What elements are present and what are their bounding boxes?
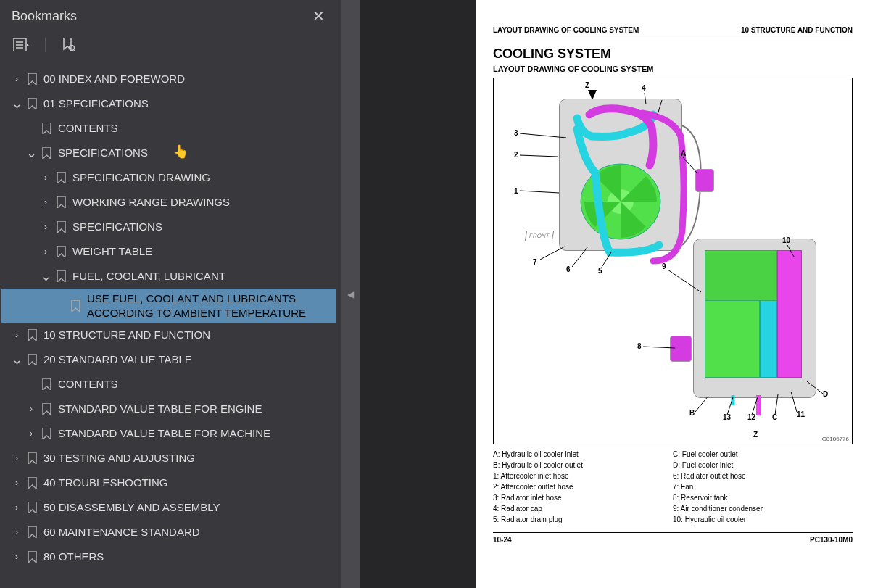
svg-line-25 xyxy=(752,397,758,415)
legend: A: Hydraulic oil cooler inletB: Hydrauli… xyxy=(493,449,853,525)
bookmark-item[interactable]: ›80 OTHERS xyxy=(1,544,336,569)
chevron-left-icon: ◀ xyxy=(347,289,354,299)
bookmark-item[interactable]: ⌄20 STANDARD VALUE TABLE xyxy=(1,347,336,372)
chevron-right-icon[interactable]: › xyxy=(9,502,25,513)
bookmark-item[interactable]: ⌄01 SPECIFICATIONS xyxy=(1,91,336,116)
svg-line-20 xyxy=(668,270,701,292)
bookmark-item[interactable]: ›50 DISASSEMBLY AND ASSEMBLY xyxy=(1,495,336,520)
options-icon[interactable] xyxy=(12,36,32,54)
legend-entry: A: Hydraulic oil cooler inlet xyxy=(493,449,673,460)
bookmark-icon xyxy=(25,329,39,341)
bookmark-icon xyxy=(39,378,54,390)
bookmarks-header: Bookmarks ✕ xyxy=(0,0,341,32)
svg-line-6 xyxy=(74,50,75,51)
bookmark-icon xyxy=(54,221,68,233)
callout-C: C xyxy=(772,413,777,421)
chevron-right-icon[interactable]: › xyxy=(23,428,39,439)
bookmark-icon xyxy=(39,428,54,439)
bookmark-label: SPECIFICATIONS xyxy=(72,217,331,237)
bookmarks-panel: Bookmarks ✕ ›00 INDEX AND FOREWORD⌄01 SP… xyxy=(0,0,341,588)
bookmark-icon xyxy=(68,300,83,312)
bookmark-label: 50 DISASSEMBLY AND ASSEMBLY xyxy=(44,497,331,518)
callout-lines-2 xyxy=(494,78,842,444)
page-running-header: LAYOUT DRAWING OF COOLING SYSTEM 10 STRU… xyxy=(493,26,853,36)
bookmark-item[interactable]: ›40 TROUBLESHOOTING xyxy=(1,471,336,495)
svg-line-26 xyxy=(727,397,733,415)
bookmark-icon xyxy=(39,147,54,159)
chevron-right-icon[interactable]: › xyxy=(38,197,54,207)
legend-entry: 4: Radiator cap xyxy=(493,503,673,514)
bookmarks-tree[interactable]: ›00 INDEX AND FOREWORD⌄01 SPECIFICATIONS… xyxy=(0,64,341,588)
collapse-sidebar-button[interactable]: ◀ xyxy=(341,0,360,588)
bookmark-item[interactable]: ›60 MAINTENANCE STANDARD xyxy=(1,520,336,544)
bookmark-item[interactable]: CONTENTS xyxy=(1,116,336,141)
chevron-right-icon[interactable]: › xyxy=(9,552,25,562)
callout-D: D xyxy=(823,390,828,398)
callout-8: 8 xyxy=(637,342,642,350)
bookmark-item[interactable]: USE FUEL, COOLANT AND LUBRICANTS ACCORDI… xyxy=(1,289,336,323)
chevron-right-icon[interactable]: › xyxy=(38,173,54,183)
bookmark-icon xyxy=(39,123,54,134)
chevron-down-icon[interactable]: ⌄ xyxy=(9,96,25,112)
bookmark-item[interactable]: ›WORKING RANGE DRAWINGS xyxy=(1,190,336,215)
bookmark-label: SPECIFICATION DRAWING xyxy=(72,167,331,188)
chevron-right-icon[interactable]: › xyxy=(9,527,25,537)
find-bookmark-icon[interactable] xyxy=(59,36,79,54)
chevron-right-icon[interactable]: › xyxy=(9,453,25,463)
bookmark-item[interactable]: ›00 INDEX AND FOREWORD xyxy=(1,67,336,91)
bookmark-item[interactable]: ›10 STRUCTURE AND FUNCTION xyxy=(1,323,336,347)
bookmark-item[interactable]: ›STANDARD VALUE TABLE FOR ENGINE xyxy=(1,397,336,421)
bookmark-label: WEIGHT TABLE xyxy=(72,241,331,262)
bookmark-icon xyxy=(25,526,39,538)
legend-entry: 2: Aftercooler outlet hose xyxy=(493,481,673,492)
bookmark-icon xyxy=(25,477,39,489)
chevron-right-icon[interactable]: › xyxy=(38,247,54,257)
chevron-down-icon[interactable]: ⌄ xyxy=(9,352,25,368)
bookmark-label: CONTENTS xyxy=(58,118,331,138)
bookmark-label: 40 TROUBLESHOOTING xyxy=(44,473,331,493)
bookmark-item[interactable]: ›SPECIFICATION DRAWING xyxy=(1,165,336,190)
bookmark-item[interactable]: ⌄FUEL, COOLANT, LUBRICANT xyxy=(1,264,336,289)
legend-entry: 3: Radiator inlet hose xyxy=(493,492,673,503)
chevron-down-icon[interactable]: ⌄ xyxy=(38,268,54,284)
bookmark-label: USE FUEL, COOLANT AND LUBRICANTS ACCORDI… xyxy=(87,289,331,323)
bookmark-icon xyxy=(54,172,68,183)
callout-13: 13 xyxy=(723,413,731,421)
svg-marker-4 xyxy=(27,44,30,46)
callout-11: 11 xyxy=(797,410,805,418)
bookmark-item[interactable]: CONTENTS xyxy=(1,372,336,397)
chevron-down-icon[interactable]: ⌄ xyxy=(23,145,39,161)
bookmark-label: SPECIFICATIONS xyxy=(58,143,331,163)
close-icon[interactable]: ✕ xyxy=(308,7,329,25)
footer-page-number: 10-24 xyxy=(493,536,512,544)
bookmark-label: 00 INDEX AND FOREWORD xyxy=(44,69,331,89)
bookmark-icon xyxy=(54,246,68,257)
header-left: LAYOUT DRAWING OF COOLING SYSTEM xyxy=(493,26,639,34)
bookmark-label: 60 MAINTENANCE STANDARD xyxy=(44,522,331,542)
bookmark-item[interactable]: ›WEIGHT TABLE xyxy=(1,239,336,264)
bookmark-label: CONTENTS xyxy=(58,374,331,394)
chevron-right-icon[interactable]: › xyxy=(38,222,54,232)
legend-entry: 5: Radiator drain plug xyxy=(493,514,673,525)
bookmark-item[interactable]: ⌄SPECIFICATIONS xyxy=(1,141,336,165)
svg-line-21 xyxy=(787,245,794,257)
bookmark-icon xyxy=(54,196,68,208)
legend-entry: 6: Radiator outlet hose xyxy=(673,471,853,481)
page-subtitle: LAYOUT DRAWING OF COOLING SYSTEM xyxy=(493,65,853,73)
bookmark-label: STANDARD VALUE TABLE FOR ENGINE xyxy=(58,399,331,419)
bookmark-item[interactable]: ›STANDARD VALUE TABLE FOR MACHINE xyxy=(1,421,336,446)
bookmark-icon xyxy=(54,270,68,282)
bookmark-item[interactable]: ›30 TESTING AND ADJUSTING xyxy=(1,446,336,471)
legend-left: A: Hydraulic oil cooler inletB: Hydrauli… xyxy=(493,449,673,525)
chevron-right-icon[interactable]: › xyxy=(9,74,25,84)
bookmarks-title: Bookmarks xyxy=(12,9,77,24)
bookmark-item[interactable]: ›SPECIFICATIONS xyxy=(1,215,336,239)
figure-code: G0106776 xyxy=(822,436,849,442)
chevron-right-icon[interactable]: › xyxy=(9,478,25,488)
legend-entry: 1: Aftercooler inlet hose xyxy=(493,471,673,481)
bookmark-icon xyxy=(25,502,39,513)
callout-10: 10 xyxy=(782,236,790,244)
chevron-right-icon[interactable]: › xyxy=(9,330,25,340)
figure-cooling-system: Z FRONT xyxy=(493,78,853,444)
chevron-right-icon[interactable]: › xyxy=(23,404,39,414)
